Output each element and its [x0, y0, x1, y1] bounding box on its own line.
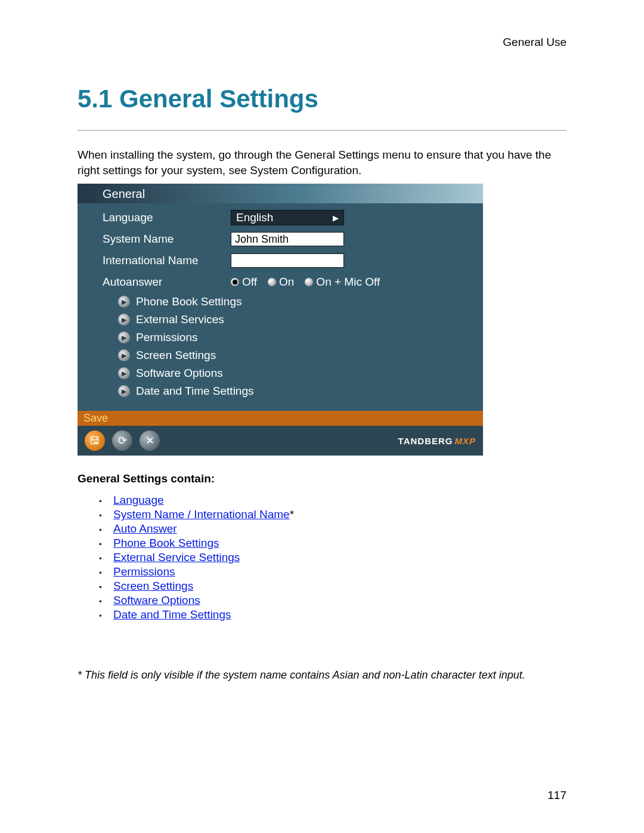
content-link[interactable]: Language	[113, 494, 164, 506]
autoanswer-radio-label: On	[279, 275, 294, 289]
radio-icon	[231, 278, 239, 286]
content-link[interactable]: Auto Answer	[113, 522, 177, 535]
content-link[interactable]: System Name / International Name	[113, 508, 290, 521]
play-icon: ▶	[118, 349, 130, 361]
title-rule	[78, 130, 566, 131]
submenu-label: Software Options	[136, 367, 223, 380]
toolbar: 🖫 ⟳ ✕ TANDBERGMXP	[78, 426, 483, 456]
close-icon: ✕	[145, 434, 154, 447]
list-item: Permissions	[113, 565, 566, 578]
content-link[interactable]: Permissions	[113, 565, 175, 578]
settings-panel: General Language English ▶ System Name J…	[78, 184, 483, 456]
save-button[interactable]: 🖫	[85, 431, 105, 451]
autoanswer-radio-label: Off	[242, 275, 257, 289]
submenu-label: Permissions	[136, 331, 197, 344]
language-select[interactable]: English ▶	[231, 210, 344, 225]
intl-name-row: International Name	[78, 250, 483, 271]
language-value: English	[236, 211, 273, 224]
submenu-item[interactable]: ▶External Services	[78, 311, 483, 329]
autoanswer-row: Autoanswer OffOnOn + Mic Off	[78, 271, 483, 293]
list-item: Phone Book Settings	[113, 537, 566, 550]
play-icon: ▶	[118, 385, 130, 397]
content-link[interactable]: External Service Settings	[113, 551, 240, 563]
system-name-row: System Name John Smith	[78, 228, 483, 250]
submenu-label: Screen Settings	[136, 349, 216, 362]
intl-name-input[interactable]	[231, 253, 344, 268]
content-link[interactable]: Screen Settings	[113, 580, 193, 592]
list-item: Language	[113, 494, 566, 507]
list-item: Screen Settings	[113, 580, 566, 593]
system-name-value: John Smith	[235, 233, 289, 246]
content-link[interactable]: Phone Book Settings	[113, 537, 219, 549]
language-label: Language	[103, 211, 231, 224]
brand-label: TANDBERGMXP	[398, 436, 476, 446]
chevron-right-icon: ▶	[333, 213, 339, 222]
list-item: External Service Settings	[113, 551, 566, 564]
radio-icon	[268, 278, 276, 286]
links-list: LanguageSystem Name / International Name…	[78, 494, 566, 621]
autoanswer-radio-label: On + Mic Off	[316, 275, 380, 289]
system-name-label: System Name	[103, 233, 231, 246]
save-icon: 🖫	[89, 435, 100, 447]
list-item: Date and Time Settings	[113, 608, 566, 621]
play-icon: ▶	[118, 314, 130, 326]
play-icon: ▶	[118, 296, 130, 308]
links-heading: General Settings contain:	[78, 472, 566, 485]
refresh-icon: ⟳	[118, 434, 127, 447]
refresh-button[interactable]: ⟳	[112, 431, 132, 451]
submenu-label: External Services	[136, 313, 224, 326]
autoanswer-radio[interactable]: On	[268, 275, 294, 289]
submenu-item[interactable]: ▶Phone Book Settings	[78, 293, 483, 311]
cancel-button[interactable]: ✕	[140, 431, 160, 451]
intro-paragraph: When installing the system, go through t…	[78, 147, 566, 178]
brand-name: TANDBERG	[398, 436, 453, 446]
submenu-label: Date and Time Settings	[136, 385, 254, 398]
language-row: Language English ▶	[78, 207, 483, 228]
play-icon: ▶	[118, 332, 130, 343]
intl-name-label: International Name	[103, 254, 231, 267]
submenu-item[interactable]: ▶Software Options	[78, 364, 483, 382]
system-name-input[interactable]: John Smith	[231, 232, 344, 246]
submenu-item[interactable]: ▶Permissions	[78, 329, 483, 346]
submenu-item[interactable]: ▶Screen Settings	[78, 346, 483, 364]
submenu-label: Phone Book Settings	[136, 295, 242, 308]
page-title: 5.1 General Settings	[78, 85, 566, 113]
list-item: System Name / International Name*	[113, 508, 566, 521]
list-item: Software Options	[113, 594, 566, 607]
list-item: Auto Answer	[113, 522, 566, 535]
autoanswer-radio[interactable]: On + Mic Off	[305, 275, 380, 289]
play-icon: ▶	[118, 367, 130, 379]
content-link[interactable]: Date and Time Settings	[113, 608, 231, 621]
footnote: * This field is only visible if the syst…	[78, 669, 566, 682]
header-section-label: General Use	[78, 36, 566, 49]
save-bar: Save	[78, 411, 483, 426]
radio-icon	[305, 278, 313, 286]
autoanswer-label: Autoanswer	[103, 275, 231, 289]
submenu-item[interactable]: ▶Date and Time Settings	[78, 382, 483, 400]
content-link[interactable]: Software Options	[113, 594, 200, 606]
page-number: 117	[78, 789, 566, 802]
autoanswer-radio-group[interactable]: OffOnOn + Mic Off	[231, 275, 380, 289]
panel-header: General	[78, 184, 483, 203]
autoanswer-radio[interactable]: Off	[231, 275, 257, 289]
brand-suffix: MXP	[454, 436, 476, 446]
